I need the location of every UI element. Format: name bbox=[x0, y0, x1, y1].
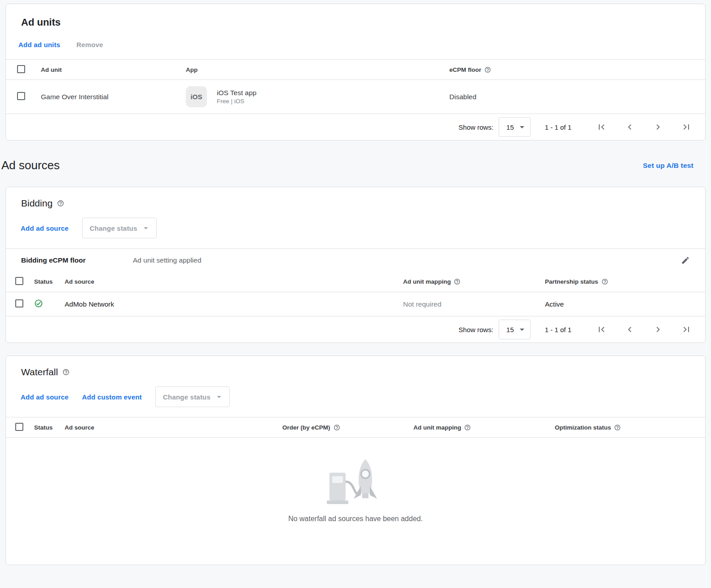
page-range: 1 - 1 of 1 bbox=[545, 123, 571, 131]
help-icon[interactable] bbox=[454, 278, 461, 285]
first-page-icon[interactable] bbox=[596, 324, 607, 335]
waterfall-title-row: Waterfall bbox=[6, 356, 705, 377]
col-optimization-status-label: Optimization status bbox=[555, 424, 611, 431]
help-icon[interactable] bbox=[62, 369, 70, 376]
bidding-table-header: Status Ad source Ad unit mapping Partner… bbox=[6, 272, 705, 292]
bidding-ecpm-floor-row: Bidding eCPM floor Ad unit setting appli… bbox=[6, 248, 705, 272]
app-name: iOS Test app bbox=[217, 88, 256, 97]
add-ad-units-link[interactable]: Add ad units bbox=[18, 41, 60, 48]
bidding-title: Bidding bbox=[21, 198, 53, 209]
waterfall-card: Waterfall Add ad source Add custom event… bbox=[5, 355, 706, 565]
next-page-icon[interactable] bbox=[653, 122, 663, 132]
rows-per-page-select[interactable]: 15 bbox=[499, 320, 531, 339]
change-status-label: Change status bbox=[90, 224, 137, 232]
bidding-pagination: Show rows: 15 1 - 1 of 1 bbox=[6, 316, 705, 342]
help-icon[interactable] bbox=[464, 424, 471, 431]
page-range: 1 - 1 of 1 bbox=[545, 326, 571, 333]
rocket-fuel-illustration bbox=[320, 454, 391, 508]
bidding-card: Bidding Add ad source Change status Bidd… bbox=[5, 187, 706, 343]
col-ecpm-floor: eCPM floor bbox=[449, 66, 705, 73]
waterfall-empty-state: No waterfall ad sources have been added. bbox=[6, 438, 705, 565]
change-status-button[interactable]: Change status bbox=[82, 218, 157, 238]
show-rows-label: Show rows: bbox=[459, 123, 494, 131]
bidding-ecpm-floor-value: Ad unit setting applied bbox=[133, 256, 202, 264]
pagination-nav bbox=[596, 324, 692, 335]
help-icon[interactable] bbox=[484, 66, 491, 73]
ad-units-card: Ad units Add ad units Remove Ad unit App… bbox=[5, 4, 706, 140]
ad-source-name: AdMob Network bbox=[65, 300, 403, 308]
pencil-icon bbox=[681, 256, 690, 265]
select-all-checkbox[interactable] bbox=[17, 65, 25, 73]
help-icon[interactable] bbox=[57, 200, 64, 207]
ad-unit-mapping-value: Not required bbox=[403, 300, 545, 308]
chevron-down-icon bbox=[214, 392, 224, 402]
col-ad-unit: Ad unit bbox=[41, 66, 186, 73]
remove-ad-units-link[interactable]: Remove bbox=[76, 41, 103, 48]
waterfall-actions: Add ad source Add custom event Change st… bbox=[21, 386, 705, 407]
col-ecpm-floor-label: eCPM floor bbox=[449, 66, 481, 73]
add-ad-source-link[interactable]: Add ad source bbox=[21, 393, 69, 401]
rows-per-page-value: 15 bbox=[506, 326, 514, 333]
waterfall-title: Waterfall bbox=[21, 367, 58, 377]
ad-sources-header: Ad sources Set up A/B test bbox=[1, 158, 693, 172]
col-optimization-status: Optimization status bbox=[555, 424, 705, 431]
waterfall-table-header: Status Ad source Order (by eCPM) Ad unit… bbox=[6, 417, 705, 438]
help-icon[interactable] bbox=[601, 278, 608, 285]
chevron-down-icon bbox=[141, 223, 151, 233]
show-rows-label: Show rows: bbox=[459, 326, 494, 333]
app-meta: Free | iOS bbox=[217, 97, 256, 105]
ad-units-actions: Add ad units Remove bbox=[18, 41, 705, 48]
help-icon[interactable] bbox=[334, 424, 340, 431]
app-icon-text: iOS bbox=[191, 93, 202, 101]
add-custom-event-link[interactable]: Add custom event bbox=[82, 393, 142, 401]
waterfall-empty-message: No waterfall ad sources have been added. bbox=[288, 515, 423, 523]
col-ad-source: Ad source bbox=[65, 424, 282, 431]
change-status-label: Change status bbox=[163, 393, 211, 401]
app-cell: iOS iOS Test app Free | iOS bbox=[186, 86, 449, 107]
next-page-icon[interactable] bbox=[653, 324, 663, 335]
ad-units-pagination: Show rows: 15 1 - 1 of 1 bbox=[6, 114, 705, 140]
col-app: App bbox=[186, 66, 449, 73]
app-icon-ios: iOS bbox=[186, 86, 207, 107]
ad-unit-name: Game Over Interstitial bbox=[41, 93, 186, 101]
last-page-icon[interactable] bbox=[681, 324, 692, 335]
bidding-table-row[interactable]: AdMob Network Not required Active bbox=[6, 292, 705, 316]
col-order-label: Order (by eCPM) bbox=[282, 424, 330, 431]
ecpm-floor-value: Disabled bbox=[449, 93, 705, 101]
ad-units-table-header: Ad unit App eCPM floor bbox=[6, 59, 705, 80]
pagination-nav bbox=[596, 122, 692, 132]
prev-page-icon[interactable] bbox=[624, 324, 635, 335]
prev-page-icon[interactable] bbox=[624, 122, 635, 132]
ad-unit-table-row[interactable]: Game Over Interstitial iOS iOS Test app … bbox=[6, 80, 705, 114]
col-partnership-status: Partnership status bbox=[545, 278, 705, 285]
first-page-icon[interactable] bbox=[596, 122, 607, 132]
col-order: Order (by eCPM) bbox=[282, 424, 413, 431]
select-all-checkbox[interactable] bbox=[15, 423, 23, 431]
col-status: Status bbox=[34, 278, 65, 285]
ad-sources-title: Ad sources bbox=[1, 158, 60, 172]
change-status-button[interactable]: Change status bbox=[155, 386, 230, 407]
chevron-down-icon bbox=[517, 122, 527, 132]
col-ad-unit-mapping-label: Ad unit mapping bbox=[413, 424, 461, 431]
col-partnership-status-label: Partnership status bbox=[545, 278, 598, 285]
rows-per-page-select[interactable]: 15 bbox=[499, 117, 531, 137]
col-status: Status bbox=[34, 424, 65, 431]
last-page-icon[interactable] bbox=[681, 122, 692, 132]
col-ad-unit-mapping: Ad unit mapping bbox=[403, 278, 545, 285]
col-ad-unit-mapping: Ad unit mapping bbox=[413, 424, 555, 431]
chevron-down-icon bbox=[517, 324, 527, 335]
status-active-icon bbox=[34, 299, 43, 308]
rows-per-page-value: 15 bbox=[506, 123, 514, 131]
add-ad-source-link[interactable]: Add ad source bbox=[21, 224, 69, 232]
row-checkbox[interactable] bbox=[17, 92, 25, 100]
select-all-checkbox[interactable] bbox=[15, 277, 23, 285]
setup-ab-test-link[interactable]: Set up A/B test bbox=[643, 162, 693, 170]
bidding-ecpm-floor-label: Bidding eCPM floor bbox=[6, 256, 133, 264]
edit-ecpm-floor-button[interactable] bbox=[681, 256, 705, 265]
partnership-status-value: Active bbox=[545, 300, 705, 308]
bidding-title-row: Bidding bbox=[6, 187, 705, 209]
row-checkbox[interactable] bbox=[15, 299, 23, 307]
col-ad-unit-mapping-label: Ad unit mapping bbox=[403, 278, 451, 285]
col-ad-source: Ad source bbox=[65, 278, 403, 285]
help-icon[interactable] bbox=[614, 424, 621, 431]
